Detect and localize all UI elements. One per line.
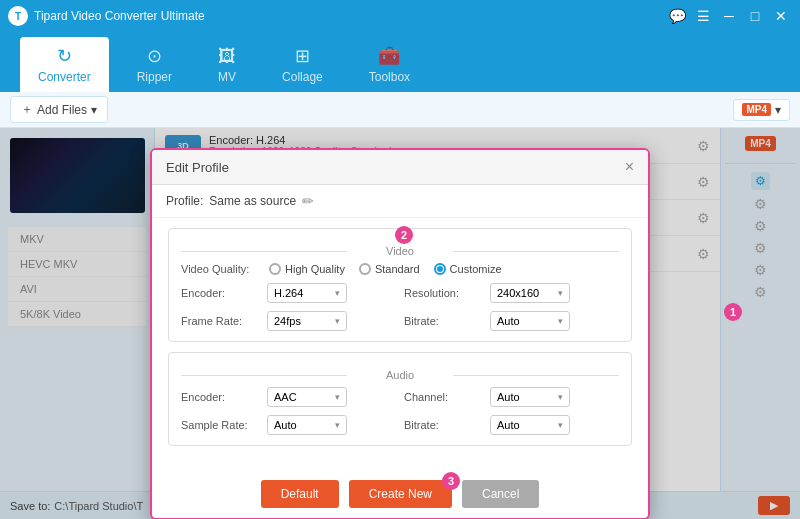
video-section-label: Video [181, 245, 619, 257]
quality-standard-option[interactable]: Standard [359, 263, 420, 275]
mp4-icon: MP4 [742, 103, 771, 116]
audio-bitrate-dropdown-arrow: ▾ [558, 420, 563, 430]
app-title: Tipard Video Converter Ultimate [34, 9, 205, 23]
sample-rate-dropdown-arrow: ▾ [335, 420, 340, 430]
resolution-dropdown-arrow: ▾ [558, 288, 563, 298]
audio-encoder-dropdown-arrow: ▾ [335, 392, 340, 402]
converter-icon: ↻ [57, 45, 72, 67]
nav-mv[interactable]: 🖼 MV [200, 38, 254, 92]
resolution-value: 240x160 [497, 287, 539, 299]
frame-rate-select[interactable]: 24fps ▾ [267, 311, 347, 331]
audio-bitrate-select[interactable]: Auto ▾ [490, 415, 570, 435]
audio-bitrate-label: Bitrate: [404, 419, 484, 431]
nav-ripper-label: Ripper [137, 70, 172, 84]
video-bitrate-label: Bitrate: [404, 315, 484, 327]
video-quality-label: Video Quality: [181, 263, 261, 275]
audio-section: Audio Encoder: AAC ▾ Channel: [168, 352, 632, 446]
frame-rate-value: 24fps [274, 315, 301, 327]
resolution-field: Resolution: 240x160 ▾ [404, 283, 619, 303]
modal-profile-row: Profile: Same as source ✏ [152, 185, 648, 218]
encoder-dropdown-arrow: ▾ [335, 288, 340, 298]
format-dropdown-arrow: ▾ [775, 103, 781, 117]
plus-icon: ＋ [21, 101, 33, 118]
close-button[interactable]: ✕ [770, 5, 792, 27]
mv-icon: 🖼 [218, 46, 236, 67]
quality-standard-label: Standard [375, 263, 420, 275]
audio-encoder-label: Encoder: [181, 391, 261, 403]
audio-encoder-field: Encoder: AAC ▾ [181, 387, 396, 407]
channel-label: Channel: [404, 391, 484, 403]
nav-converter[interactable]: ↻ Converter [20, 37, 109, 92]
quality-high-option[interactable]: High Quality [269, 263, 345, 275]
video-bitrate-field: Bitrate: Auto ▾ [404, 311, 619, 331]
annotation-badge-2: 2 [395, 226, 413, 244]
nav-toolbox[interactable]: 🧰 Toolbox [351, 37, 428, 92]
video-section: Video Video Quality: High Quality Standa… [168, 228, 632, 342]
channel-select[interactable]: Auto ▾ [490, 387, 570, 407]
modal-header: Edit Profile × [152, 150, 648, 185]
audio-encoder-channel-row: Encoder: AAC ▾ Channel: Auto ▾ [181, 387, 619, 407]
modal-body: Video Video Quality: High Quality Standa… [152, 218, 648, 470]
maximize-button[interactable]: □ [744, 5, 766, 27]
nav-mv-label: MV [218, 70, 236, 84]
video-bitrate-value: Auto [497, 315, 520, 327]
frame-rate-dropdown-arrow: ▾ [335, 316, 340, 326]
sample-rate-select[interactable]: Auto ▾ [267, 415, 347, 435]
quality-customize-option[interactable]: Customize [434, 263, 502, 275]
toolbar: ＋ Add Files ▾ MP4 ▾ [0, 92, 800, 128]
add-files-label: Add Files [37, 103, 87, 117]
audio-section-label: Audio [181, 369, 619, 381]
nav-ripper[interactable]: ⊙ Ripper [119, 37, 190, 92]
quality-high-label: High Quality [285, 263, 345, 275]
format-selector[interactable]: MP4 ▾ [733, 99, 790, 121]
collage-icon: ⊞ [295, 45, 310, 67]
nav-bar: ↻ Converter ⊙ Ripper 🖼 MV ⊞ Collage 🧰 To… [0, 32, 800, 92]
quality-radio-group: High Quality Standard Customize [269, 263, 502, 275]
sample-rate-field: Sample Rate: Auto ▾ [181, 415, 396, 435]
add-files-button[interactable]: ＋ Add Files ▾ [10, 96, 108, 123]
modal-overlay: 2 Edit Profile × Profile: Same as source… [0, 128, 800, 519]
modal-title: Edit Profile [166, 160, 229, 175]
audio-encoder-select[interactable]: AAC ▾ [267, 387, 347, 407]
radio-high[interactable] [269, 263, 281, 275]
minimize-button[interactable]: ─ [718, 5, 740, 27]
profile-label: Profile: [166, 194, 203, 208]
ripper-icon: ⊙ [147, 45, 162, 67]
modal-close-button[interactable]: × [625, 158, 634, 176]
nav-collage[interactable]: ⊞ Collage [264, 37, 341, 92]
cancel-button[interactable]: Cancel [462, 480, 539, 508]
sample-rate-label: Sample Rate: [181, 419, 261, 431]
framerate-field: Frame Rate: 24fps ▾ [181, 311, 396, 331]
dropdown-arrow-icon: ▾ [91, 103, 97, 117]
nav-collage-label: Collage [282, 70, 323, 84]
audio-bitrate-field: Bitrate: Auto ▾ [404, 415, 619, 435]
encoder-label: Encoder: [181, 287, 261, 299]
default-button[interactable]: Default [261, 480, 339, 508]
chat-button[interactable]: 💬 [666, 5, 688, 27]
annotation-badge-1: 1 [724, 303, 742, 321]
radio-customize[interactable] [434, 263, 446, 275]
annotation-badge-3: 3 [442, 472, 460, 490]
encoder-select[interactable]: H.264 ▾ [267, 283, 347, 303]
quality-customize-label: Customize [450, 263, 502, 275]
create-new-button[interactable]: Create New [349, 480, 452, 508]
edit-profile-icon[interactable]: ✏ [302, 193, 314, 209]
toolbox-icon: 🧰 [378, 45, 400, 67]
menu-button[interactable]: ☰ [692, 5, 714, 27]
video-bitrate-select[interactable]: Auto ▾ [490, 311, 570, 331]
audio-bitrate-value: Auto [497, 419, 520, 431]
nav-toolbox-label: Toolbox [369, 70, 410, 84]
title-bar: T Tipard Video Converter Ultimate 💬 ☰ ─ … [0, 0, 800, 32]
video-quality-row: Video Quality: High Quality Standard [181, 263, 619, 275]
video-bitrate-dropdown-arrow: ▾ [558, 316, 563, 326]
sample-rate-value: Auto [274, 419, 297, 431]
sample-rate-audio-bitrate-row: Sample Rate: Auto ▾ Bitrate: Auto ▾ [181, 415, 619, 435]
encoder-value: H.264 [274, 287, 303, 299]
resolution-label: Resolution: [404, 287, 484, 299]
channel-field: Channel: Auto ▾ [404, 387, 619, 407]
nav-converter-label: Converter [38, 70, 91, 84]
radio-standard[interactable] [359, 263, 371, 275]
resolution-select[interactable]: 240x160 ▾ [490, 283, 570, 303]
modal-footer: Default Create New 3 Cancel [152, 470, 648, 518]
framerate-bitrate-row: Frame Rate: 24fps ▾ Bitrate: Auto ▾ [181, 311, 619, 331]
